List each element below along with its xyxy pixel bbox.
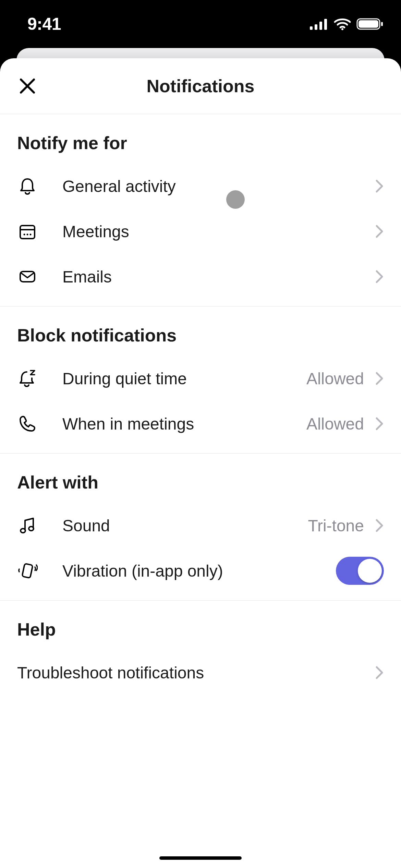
battery-icon [356, 17, 384, 31]
row-label: General activity [38, 177, 375, 196]
section-block-notifications: Block notifications During quiet time Al… [0, 306, 401, 454]
mail-icon [17, 266, 38, 287]
row-label: Meetings [38, 222, 375, 241]
music-note-icon [17, 515, 38, 536]
modal-sheet: Notifications Notify me for General acti… [0, 58, 401, 868]
row-troubleshoot[interactable]: Troubleshoot notifications [0, 650, 401, 695]
svg-rect-16 [22, 564, 33, 578]
close-icon [19, 77, 36, 95]
section-help: Help Troubleshoot notifications [0, 601, 401, 702]
svg-rect-2 [319, 22, 322, 30]
bell-snooze-icon [17, 368, 38, 389]
row-vibration: Vibration (in-app only) [0, 548, 401, 593]
svg-rect-1 [315, 24, 317, 30]
chevron-right-icon [375, 179, 384, 193]
modal-header: Notifications [0, 58, 401, 114]
section-notify-me-for: Notify me for General activity Meetings [0, 114, 401, 306]
bell-icon [17, 176, 38, 196]
row-meetings[interactable]: Meetings [0, 209, 401, 254]
vibration-toggle[interactable] [336, 557, 384, 585]
vibration-icon [17, 560, 38, 581]
svg-point-14 [21, 529, 25, 533]
chevron-right-icon [375, 666, 384, 679]
row-label: Sound [38, 516, 308, 535]
svg-point-15 [29, 527, 34, 531]
toggle-knob [358, 559, 382, 583]
svg-point-12 [30, 234, 32, 236]
svg-rect-6 [359, 20, 378, 28]
section-title-block: Block notifications [0, 306, 401, 356]
row-label: When in meetings [38, 414, 306, 433]
row-value: Allowed [306, 414, 364, 433]
calendar-icon [17, 221, 38, 242]
svg-rect-3 [324, 19, 327, 30]
row-label: During quiet time [38, 369, 306, 388]
chevron-right-icon [375, 225, 384, 238]
row-value: Tri-tone [308, 516, 364, 535]
close-button[interactable] [10, 69, 45, 103]
status-time: 9:41 [27, 14, 61, 34]
row-label: Troubleshoot notifications [17, 663, 375, 682]
svg-rect-8 [20, 226, 35, 239]
svg-rect-0 [310, 26, 313, 30]
row-sound[interactable]: Sound Tri-tone [0, 503, 401, 548]
wifi-icon [334, 18, 351, 30]
modal-title: Notifications [0, 76, 401, 96]
svg-point-4 [341, 28, 343, 30]
home-indicator [159, 856, 242, 860]
row-during-quiet-time[interactable]: During quiet time Allowed [0, 356, 401, 401]
row-general-activity[interactable]: General activity [0, 164, 401, 209]
phone-icon [17, 413, 38, 434]
section-title-notify: Notify me for [0, 114, 401, 164]
svg-point-10 [24, 234, 25, 236]
chevron-right-icon [375, 372, 384, 385]
cellular-icon [310, 18, 328, 30]
status-bar: 9:41 [0, 0, 401, 48]
svg-rect-13 [20, 272, 35, 282]
svg-rect-7 [381, 22, 383, 26]
status-icons [310, 17, 384, 31]
row-label: Vibration (in-app only) [38, 562, 336, 580]
chevron-right-icon [375, 270, 384, 284]
section-title-help: Help [0, 601, 401, 650]
row-label: Emails [38, 267, 375, 286]
svg-point-11 [27, 234, 28, 236]
section-alert-with: Alert with Sound Tri-tone Vibration (in-… [0, 454, 401, 601]
chevron-right-icon [375, 417, 384, 431]
chevron-right-icon [375, 519, 384, 532]
row-value: Allowed [306, 369, 364, 388]
row-when-in-meetings[interactable]: When in meetings Allowed [0, 401, 401, 446]
row-emails[interactable]: Emails [0, 254, 401, 299]
section-title-alert: Alert with [0, 454, 401, 503]
